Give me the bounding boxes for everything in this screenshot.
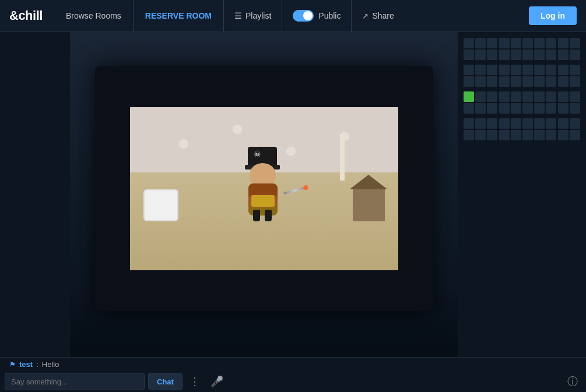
video-content [130, 107, 398, 270]
chat-input-row: Chat ⋮ 🎤 ⓘ [0, 372, 586, 392]
seat [558, 50, 569, 60]
public-toggle-switch[interactable] [293, 10, 314, 22]
seat [522, 103, 533, 114]
seat [534, 91, 545, 102]
seat [534, 118, 545, 129]
seat [487, 103, 497, 114]
seat [499, 91, 510, 102]
reserve-room-button[interactable]: RESERVE ROOM [134, 0, 224, 31]
seat [464, 130, 474, 140]
seat-grid-bottom-left [464, 91, 580, 114]
playlist-button[interactable]: ☰ Playlist [224, 0, 282, 31]
seat [534, 76, 545, 87]
seat [570, 103, 580, 114]
seat [558, 130, 569, 140]
seat [558, 38, 569, 48]
seat [546, 130, 556, 140]
seat [570, 65, 580, 75]
logo: &chill [9, 8, 43, 23]
seat [546, 103, 556, 114]
seat [511, 130, 521, 140]
seat [487, 130, 497, 140]
seat [464, 38, 474, 48]
seat [475, 65, 486, 75]
seat [570, 38, 580, 48]
seat [522, 130, 533, 140]
seat [487, 38, 497, 48]
chat-message-area: ⚑ test : Hello [0, 358, 586, 372]
seat [534, 103, 545, 114]
seat [511, 38, 521, 48]
share-button[interactable]: ↗ Share [352, 0, 404, 31]
seat [522, 91, 533, 102]
chat-input[interactable] [5, 373, 145, 390]
seat [534, 130, 545, 140]
seat [522, 76, 533, 87]
seat [487, 118, 497, 129]
chat-help-button[interactable]: ⓘ [564, 375, 581, 389]
seat [487, 65, 497, 75]
table-leg-decoration [340, 134, 345, 181]
cat-house-decoration [353, 186, 385, 221]
login-button[interactable]: Log in [529, 6, 577, 25]
seat [511, 91, 521, 102]
seat [522, 38, 533, 48]
public-toggle-button[interactable]: Public [282, 0, 352, 31]
seat [558, 118, 569, 129]
seat [487, 50, 497, 60]
seat [475, 38, 486, 48]
seat [464, 118, 474, 129]
seat [522, 118, 533, 129]
screen-frame [95, 66, 433, 311]
seat [511, 76, 521, 87]
seat [464, 50, 474, 60]
seat [511, 65, 521, 75]
bottom-bar: ⚑ test : Hello Chat ⋮ 🎤 ⓘ [0, 357, 586, 392]
seat [475, 91, 486, 102]
cat-leg-left [253, 210, 260, 221]
seat [511, 118, 521, 129]
seat [499, 65, 510, 75]
seat [546, 38, 556, 48]
seat [511, 50, 521, 60]
cat-legs [253, 210, 272, 221]
seat-grid-top-right [464, 65, 580, 87]
browse-rooms-button[interactable]: Browse Rooms [54, 0, 134, 31]
left-sidebar [0, 32, 70, 357]
seat [499, 103, 510, 114]
seat [546, 50, 556, 60]
share-icon: ↗ [362, 12, 369, 20]
seat [546, 76, 556, 87]
seat [546, 91, 556, 102]
seat [534, 50, 545, 60]
seat [464, 76, 474, 87]
chat-username[interactable]: test [19, 360, 33, 369]
seat [546, 118, 556, 129]
seat [475, 118, 486, 129]
seat [499, 130, 510, 140]
seat [464, 103, 474, 114]
seat [570, 50, 580, 60]
seat [570, 91, 580, 102]
seat [534, 38, 545, 48]
seat-grid-bottom-right [464, 118, 580, 140]
seat [499, 118, 510, 129]
seat [475, 76, 486, 87]
seat [558, 103, 569, 114]
cat-character [243, 163, 289, 221]
chat-mic-button[interactable]: 🎤 [207, 375, 227, 388]
seat [522, 50, 533, 60]
seat [464, 91, 474, 102]
main-content [0, 32, 586, 357]
seat [475, 103, 486, 114]
seat [546, 65, 556, 75]
list-icon: ☰ [234, 11, 242, 20]
chat-more-button[interactable]: ⋮ [186, 375, 203, 388]
seat [570, 76, 580, 87]
cat-head [250, 163, 276, 186]
chat-send-button[interactable]: Chat [148, 373, 183, 390]
basket-decoration [143, 189, 178, 221]
seat [558, 76, 569, 87]
seat [534, 65, 545, 75]
cat-scene [130, 107, 398, 270]
